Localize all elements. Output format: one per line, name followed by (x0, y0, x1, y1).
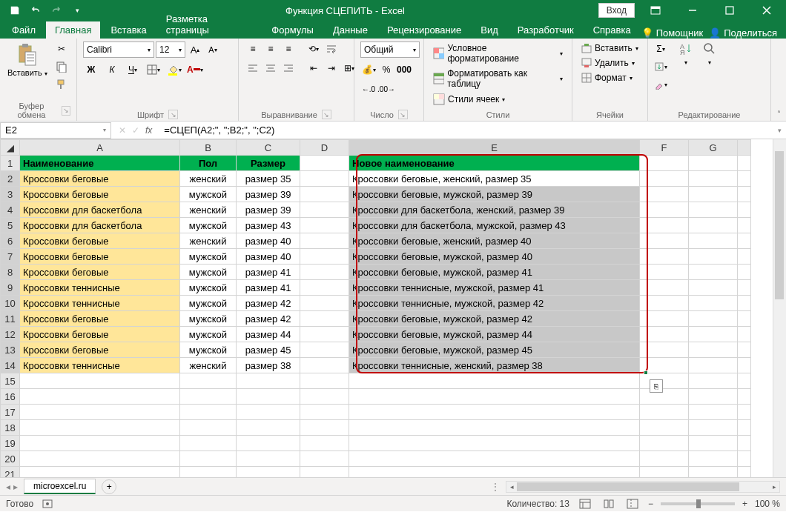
col-header[interactable]: A (20, 140, 180, 156)
cell[interactable]: размер 41 (237, 265, 300, 280)
cell[interactable] (640, 233, 689, 249)
cell[interactable] (689, 218, 738, 233)
border-icon[interactable]: ▾ (145, 62, 162, 77)
col-header[interactable]: F (640, 140, 689, 156)
cell[interactable] (349, 436, 640, 451)
cell[interactable] (640, 342, 689, 358)
row-header[interactable]: 6 (1, 233, 20, 249)
wrap-text-icon[interactable] (323, 41, 340, 56)
autosum-icon[interactable]: Σ ▾ (654, 41, 667, 56)
col-header[interactable]: D (300, 140, 349, 156)
cell[interactable] (300, 327, 349, 342)
tab-file[interactable]: Файл (3, 21, 44, 39)
cell[interactable] (300, 233, 349, 249)
conditional-formatting-button[interactable]: Условное форматирование▾ (430, 41, 566, 65)
cell[interactable]: размер 39 (237, 202, 300, 218)
cell[interactable]: мужской (180, 311, 237, 327)
cell[interactable] (180, 436, 237, 451)
cell[interactable]: женский (180, 233, 237, 249)
tab-home[interactable]: Главная (46, 21, 100, 39)
cell[interactable] (349, 405, 640, 420)
font-size-select[interactable]: 12▾ (156, 41, 185, 58)
cell[interactable] (349, 389, 640, 405)
sheet-tab[interactable]: microexcel.ru (24, 479, 96, 494)
cell[interactable]: Кроссовки беговые, женский, размер 35 (349, 171, 640, 187)
row-header[interactable]: 17 (1, 405, 20, 420)
increase-font-icon[interactable]: A▴ (187, 42, 203, 57)
cell[interactable] (349, 451, 640, 467)
collapse-ribbon-icon[interactable]: ˄ (777, 110, 781, 118)
cell[interactable] (237, 405, 300, 420)
bold-icon[interactable]: Ж (83, 62, 99, 77)
cell[interactable] (689, 187, 738, 202)
row-header[interactable]: 10 (1, 296, 20, 311)
cell[interactable] (300, 202, 349, 218)
cell[interactable]: Кроссовки теннисные (20, 296, 180, 311)
zoom-level[interactable]: 100 % (755, 499, 780, 509)
share-button[interactable]: 👤Поделиться (709, 27, 777, 39)
cell[interactable] (640, 373, 689, 389)
paste-button[interactable]: Вставить ▾ (6, 41, 49, 79)
cell[interactable]: мужской (180, 249, 237, 265)
cell[interactable] (689, 202, 738, 218)
page-layout-view-icon[interactable] (601, 497, 617, 511)
cell[interactable]: размер 42 (237, 296, 300, 311)
dialog-launcher-icon[interactable]: ↘ (168, 110, 178, 119)
sheet-nav-next-icon[interactable]: ▸ (13, 482, 18, 492)
cell[interactable] (237, 451, 300, 467)
cell[interactable] (180, 420, 237, 436)
cell[interactable] (349, 373, 640, 389)
qat-customize-icon[interactable]: ▾ (68, 2, 86, 19)
row-header[interactable]: 14 (1, 358, 20, 373)
cell[interactable] (20, 373, 180, 389)
cell[interactable]: размер 41 (237, 280, 300, 296)
copy-icon[interactable] (53, 59, 70, 74)
cell[interactable] (20, 389, 180, 405)
cell[interactable] (640, 420, 689, 436)
macro-record-icon[interactable] (42, 499, 53, 509)
redo-icon[interactable] (47, 2, 65, 19)
col-header[interactable]: C (237, 140, 300, 156)
col-header[interactable]: G (689, 140, 738, 156)
formula-input[interactable]: =СЦЕП(A2;", ";B2;", ";C2) (159, 124, 773, 136)
cell[interactable] (300, 389, 349, 405)
align-top-icon[interactable]: ≡ (245, 41, 261, 56)
cell[interactable]: размер 40 (237, 249, 300, 265)
cell[interactable] (300, 311, 349, 327)
cut-icon[interactable]: ✂ (53, 41, 70, 56)
horizontal-scrollbar[interactable]: ◂ ▸ (506, 481, 780, 493)
cell[interactable]: Кроссовки беговые (20, 249, 180, 265)
tab-pagelayout[interactable]: Разметка страницы (157, 10, 262, 39)
cell[interactable] (640, 265, 689, 280)
decrease-decimal-icon[interactable]: .00→ (378, 82, 394, 96)
orientation-icon[interactable]: ⟲▾ (306, 41, 322, 56)
enter-formula-icon[interactable]: ✓ (132, 125, 139, 136)
cell[interactable]: Кроссовки беговые (20, 311, 180, 327)
currency-icon[interactable]: 💰▾ (360, 62, 377, 77)
login-button[interactable]: Вход (598, 3, 635, 18)
cell[interactable]: размер 42 (237, 311, 300, 327)
row-header[interactable]: 11 (1, 311, 20, 327)
row-header[interactable]: 15 (1, 373, 20, 389)
row-header[interactable]: 20 (1, 451, 20, 467)
cell[interactable]: Кроссовки теннисные, женский, размер 38 (349, 358, 640, 373)
cell[interactable] (640, 202, 689, 218)
cell[interactable] (300, 451, 349, 467)
cell[interactable]: Кроссовки для баскетбола (20, 218, 180, 233)
cell[interactable] (640, 436, 689, 451)
cell[interactable]: размер 38 (237, 358, 300, 373)
zoom-slider[interactable] (661, 502, 735, 505)
find-select-icon[interactable] (701, 41, 718, 56)
cell[interactable] (349, 420, 640, 436)
cell[interactable] (237, 420, 300, 436)
cell[interactable] (300, 342, 349, 358)
cell[interactable]: Кроссовки беговые, мужской, размер 41 (349, 265, 640, 280)
row-header[interactable]: 12 (1, 327, 20, 342)
cell[interactable] (689, 233, 738, 249)
cell[interactable]: Кроссовки беговые, мужской, размер 45 (349, 342, 640, 358)
cell[interactable]: размер 39 (237, 187, 300, 202)
cell[interactable] (300, 467, 349, 478)
row-header[interactable]: 4 (1, 202, 20, 218)
cell[interactable] (300, 171, 349, 187)
cell[interactable] (640, 171, 689, 187)
